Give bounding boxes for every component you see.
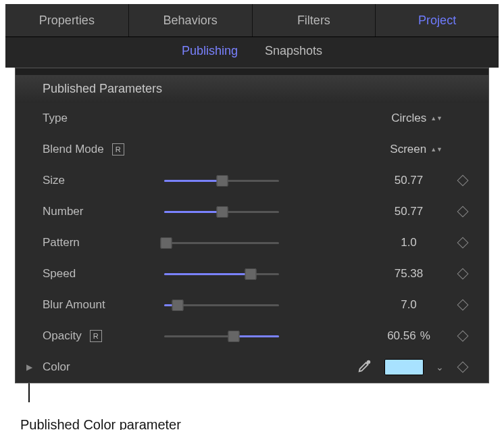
param-label: Pattern [43,236,80,249]
keyframe-icon[interactable] [457,362,469,373]
chevron-down-icon[interactable]: ⌄ [436,362,444,373]
blendmode-value: Screen [390,143,426,156]
tab-project[interactable]: Project [376,4,499,37]
project-subtabs: Publishing Snapshots [5,37,499,68]
param-row-number: Number 50.77 [16,196,488,227]
eyedropper-icon[interactable] [357,358,372,377]
tab-properties[interactable]: Properties [5,4,129,37]
reset-badge[interactable]: R [112,143,124,156]
section-header: Published Parameters [16,75,488,103]
param-label: Color [43,360,70,374]
param-row-color: ▶ Color ⌄ [16,352,488,383]
param-row-bluramount: Blur Amount 7.0 [16,289,488,320]
param-row-size: Size 50.77 [16,165,488,196]
keyframe-icon[interactable] [457,206,469,218]
param-label: Type [43,112,68,125]
param-label: Blend Mode [43,143,104,156]
speed-value[interactable]: 75.38 [368,267,449,281]
size-slider[interactable] [164,174,279,187]
size-value[interactable]: 50.77 [368,174,449,187]
published-params-inspector: Published Parameters Type Circles ▲▼ Ble… [15,68,489,383]
subtab-publishing[interactable]: Publishing [182,44,238,58]
callout-label: Published Color parameter [20,417,504,430]
opacity-value[interactable]: 60.56% [368,329,449,343]
disclosure-triangle-icon[interactable]: ▶ [26,362,32,372]
pattern-slider[interactable] [164,236,279,249]
keyframe-icon[interactable] [457,268,469,280]
type-popup[interactable]: Circles ▲▼ [391,112,443,125]
tab-behaviors[interactable]: Behaviors [129,4,253,37]
param-row-pattern: Pattern 1.0 [16,227,488,258]
keyframe-icon[interactable] [457,300,469,311]
param-label: Size [43,174,65,187]
number-value[interactable]: 50.77 [368,205,449,218]
keyframe-icon[interactable] [457,237,469,249]
bluramount-value[interactable]: 7.0 [368,298,449,312]
param-label: Blur Amount [43,298,105,312]
subtab-snapshots[interactable]: Snapshots [265,44,322,58]
tab-filters[interactable]: Filters [253,4,376,37]
type-value: Circles [391,112,426,125]
reset-badge[interactable]: R [90,330,102,342]
blendmode-popup[interactable]: Screen ▲▼ [390,143,443,156]
param-label: Number [43,205,83,218]
popup-arrows-icon: ▲▼ [430,147,443,151]
opacity-slider[interactable] [164,329,279,343]
color-swatch[interactable] [384,359,424,375]
callout-leader-line [28,383,30,402]
param-label: Speed [43,267,76,281]
main-tabbar: Properties Behaviors Filters Project [5,4,499,37]
speed-slider[interactable] [164,267,279,281]
popup-arrows-icon: ▲▼ [430,116,443,120]
number-slider[interactable] [164,205,279,218]
keyframe-icon[interactable] [457,331,469,342]
inspector-panel: Properties Behaviors Filters Project Pub… [5,4,499,383]
pattern-value[interactable]: 1.0 [368,236,449,249]
param-label: Opacity [43,329,82,343]
param-row-opacity: Opacity R 60.56% [16,320,488,352]
param-row-type: Type Circles ▲▼ [16,103,488,134]
keyframe-icon[interactable] [457,175,469,187]
bluramount-slider[interactable] [164,298,279,312]
svg-point-0 [368,360,370,363]
param-row-blendmode: Blend Mode R Screen ▲▼ [16,134,488,165]
param-row-speed: Speed 75.38 [16,258,488,289]
